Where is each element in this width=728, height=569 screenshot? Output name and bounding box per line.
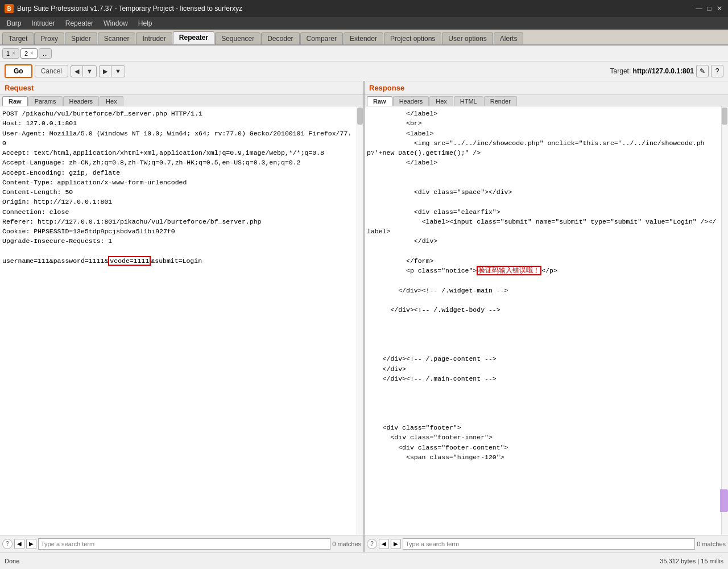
go-button[interactable]: Go bbox=[5, 64, 32, 78]
response-tab-raw[interactable]: Raw bbox=[367, 96, 392, 106]
menu-repeater[interactable]: Repeater bbox=[61, 18, 98, 28]
tab-user-options[interactable]: User options bbox=[442, 32, 493, 44]
response-editor-wrapper: </label> <br> <label> <img src="../../in… bbox=[365, 106, 728, 535]
request-tab-params[interactable]: Params bbox=[28, 96, 63, 106]
request-search-prev-button[interactable]: ◀ bbox=[14, 539, 24, 549]
request-scroll-thumb bbox=[357, 108, 363, 125]
help-button[interactable]: ? bbox=[711, 65, 723, 77]
response-search-next-button[interactable]: ▶ bbox=[391, 539, 401, 549]
repeater-tab-1[interactable]: 1 × bbox=[2, 48, 19, 59]
tab-scanner[interactable]: Scanner bbox=[98, 32, 136, 44]
tab-repeater[interactable]: Repeater bbox=[173, 31, 214, 44]
tab-spider[interactable]: Spider bbox=[65, 32, 97, 44]
prev-button[interactable]: ◀ bbox=[71, 65, 82, 77]
request-search-bar: ? ◀ ▶ 0 matches bbox=[0, 535, 363, 552]
main-tab-bar: Target Proxy Spider Scanner Intruder Rep… bbox=[0, 30, 728, 46]
request-tab-hex[interactable]: Hex bbox=[100, 96, 123, 106]
status-info: 35,312 bytes | 15 millis bbox=[660, 558, 723, 564]
response-search-help-button[interactable]: ? bbox=[367, 539, 377, 549]
tab-comparer[interactable]: Comparer bbox=[300, 32, 343, 44]
maximize-button[interactable]: □ bbox=[705, 5, 713, 13]
request-tabs: Raw Params Headers Hex bbox=[0, 95, 363, 106]
request-search-next-button[interactable]: ▶ bbox=[26, 539, 36, 549]
request-scrollbar[interactable] bbox=[357, 106, 363, 535]
response-indicator[interactable] bbox=[720, 489, 728, 512]
response-matches-label: 0 matches bbox=[697, 541, 726, 547]
response-header: Response bbox=[365, 81, 728, 95]
tab-decoder[interactable]: Decoder bbox=[261, 32, 299, 44]
tab-extender[interactable]: Extender bbox=[344, 32, 383, 44]
request-header: Request bbox=[0, 81, 363, 95]
title-bar-left: B Burp Suite Professional v1.7.37 - Temp… bbox=[5, 4, 242, 13]
app-title: Burp Suite Professional v1.7.37 - Tempor… bbox=[17, 5, 242, 13]
repeater-tab-2[interactable]: 2 × bbox=[20, 48, 38, 59]
menu-burp[interactable]: Burp bbox=[2, 18, 26, 28]
tab-project-options[interactable]: Project options bbox=[384, 32, 441, 44]
status-text: Done bbox=[5, 558, 19, 564]
response-tab-hex[interactable]: Hex bbox=[429, 96, 453, 106]
app-icon: B bbox=[5, 4, 14, 13]
tab-proxy[interactable]: Proxy bbox=[34, 32, 64, 44]
response-tab-render[interactable]: Render bbox=[484, 96, 517, 106]
target-url: http://127.0.0.1:801 bbox=[633, 67, 694, 75]
tab-target[interactable]: Target bbox=[2, 32, 34, 44]
request-matches-label: 0 matches bbox=[332, 541, 361, 547]
response-search-bar: ? ◀ ▶ 0 matches bbox=[365, 535, 728, 552]
request-editor-wrapper: POST /pikachu/vul/burteforce/bf_server.p… bbox=[0, 106, 363, 535]
menu-window[interactable]: Window bbox=[99, 18, 133, 28]
edit-target-button[interactable]: ✎ bbox=[696, 65, 709, 77]
response-scrollbar[interactable] bbox=[721, 106, 728, 535]
response-panel: Response Raw Headers Hex HTML Render </l… bbox=[365, 81, 728, 552]
tab-sequencer[interactable]: Sequencer bbox=[215, 32, 260, 44]
response-search-input[interactable] bbox=[403, 538, 695, 550]
request-tab-raw[interactable]: Raw bbox=[2, 96, 28, 106]
title-bar: B Burp Suite Professional v1.7.37 - Temp… bbox=[0, 0, 728, 17]
prev-drop-button[interactable]: ▼ bbox=[82, 65, 97, 77]
tab-intruder[interactable]: Intruder bbox=[136, 32, 172, 44]
status-bar: Done 35,312 bytes | 15 millis bbox=[0, 552, 728, 569]
request-tab-headers[interactable]: Headers bbox=[63, 96, 100, 106]
repeater-toolbar: Go Cancel ◀ ▼ ▶ ▼ Target: http://127.0.0… bbox=[0, 61, 728, 81]
close-button[interactable]: ✕ bbox=[715, 5, 723, 13]
menu-bar: Burp Intruder Repeater Window Help bbox=[0, 17, 728, 30]
close-tab-1-icon[interactable]: × bbox=[12, 50, 15, 56]
request-search-input[interactable] bbox=[38, 538, 330, 550]
repeater-tab-bar: 1 × 2 × ... bbox=[0, 46, 728, 61]
response-tabs: Raw Headers Hex HTML Render bbox=[365, 95, 728, 106]
response-tab-headers[interactable]: Headers bbox=[393, 96, 429, 106]
response-search-prev-button[interactable]: ◀ bbox=[379, 539, 389, 549]
close-tab-2-icon[interactable]: × bbox=[30, 50, 34, 56]
request-panel: Request Raw Params Headers Hex POST /pik… bbox=[0, 81, 365, 552]
prev-nav-group[interactable]: ◀ ▼ bbox=[71, 65, 97, 77]
tab-alerts[interactable]: Alerts bbox=[494, 32, 524, 44]
window-controls[interactable]: — □ ✕ bbox=[695, 5, 723, 13]
request-editor[interactable]: POST /pikachu/vul/burteforce/bf_server.p… bbox=[0, 106, 357, 535]
main-content: Request Raw Params Headers Hex POST /pik… bbox=[0, 81, 728, 552]
next-drop-button[interactable]: ▼ bbox=[111, 65, 125, 77]
repeater-tab-more[interactable]: ... bbox=[39, 48, 52, 59]
menu-help[interactable]: Help bbox=[134, 18, 157, 28]
menu-intruder[interactable]: Intruder bbox=[27, 18, 59, 28]
target-label: Target: http://127.0.0.1:801 bbox=[610, 67, 694, 75]
next-nav-group[interactable]: ▶ ▼ bbox=[99, 65, 125, 77]
response-editor[interactable]: </label> <br> <label> <img src="../../in… bbox=[365, 106, 721, 535]
next-button[interactable]: ▶ bbox=[99, 65, 111, 77]
request-search-help-button[interactable]: ? bbox=[2, 539, 13, 549]
cancel-button[interactable]: Cancel bbox=[35, 65, 68, 77]
response-tab-html[interactable]: HTML bbox=[454, 96, 483, 106]
response-scroll-thumb bbox=[722, 108, 727, 125]
minimize-button[interactable]: — bbox=[695, 5, 703, 13]
